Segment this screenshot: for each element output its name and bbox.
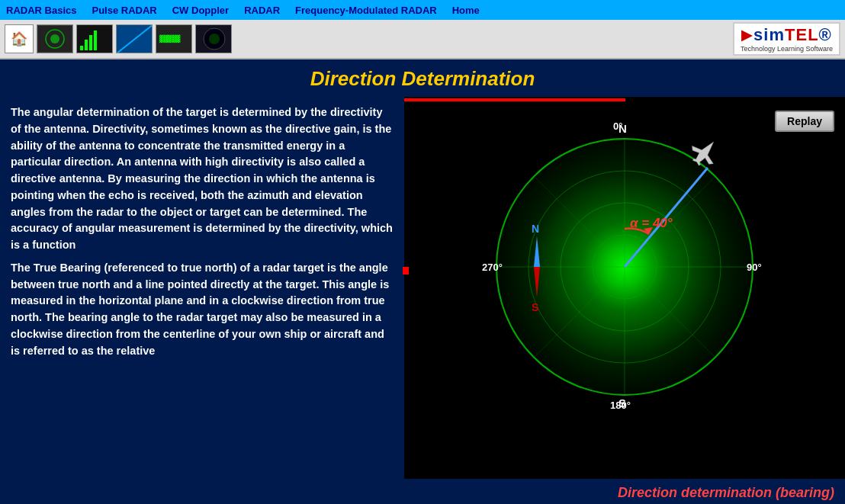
nav-item-pulse-radar[interactable]: Pulse RADAR xyxy=(92,5,156,16)
compass-n-label: N xyxy=(532,223,539,235)
label-90deg: 90° xyxy=(747,262,762,273)
svg-point-14 xyxy=(209,34,220,44)
logo-tagline: Technology Learning Software xyxy=(741,45,833,53)
label-180deg: 180° xyxy=(610,400,631,411)
nav-bar: RADAR Basics Pulse RADAR CW Doppler RADA… xyxy=(0,0,845,20)
title-bar: Direction Determination xyxy=(0,59,845,97)
nav-item-radar-basics[interactable]: RADAR Basics xyxy=(6,5,76,16)
logo-accent: TEL xyxy=(785,25,819,44)
right-section: Replay xyxy=(404,97,845,504)
label-0deg: 0° xyxy=(613,120,622,132)
compass-s-label: S xyxy=(532,301,538,313)
svg-point-2 xyxy=(50,34,59,43)
caption-bar: Direction determination (bearing) xyxy=(404,479,845,504)
svg-rect-5 xyxy=(85,40,88,50)
progress-bar xyxy=(404,98,625,101)
nav-item-home[interactable]: Home xyxy=(452,5,480,16)
replay-button[interactable]: Replay xyxy=(775,111,834,132)
thumb-img-4: ▓▓▓▓▓ xyxy=(156,24,191,53)
svg-rect-7 xyxy=(94,30,97,50)
thumb-4[interactable]: ▓▓▓▓▓ xyxy=(156,24,192,53)
text-para-2: The True Bearing (referenced to true nor… xyxy=(11,260,394,360)
logo-text: simTEL® xyxy=(753,25,832,45)
home-icon: 🏠 xyxy=(11,30,27,47)
toolbar: 🏠 ▓▓▓▓▓ xyxy=(0,20,845,59)
thumb-1[interactable] xyxy=(37,24,73,53)
text-panel: The angular determination of the target … xyxy=(0,97,404,504)
radar-panel: Replay xyxy=(404,103,845,479)
text-para-1: The angular determination of the target … xyxy=(11,104,394,254)
thumb-3[interactable] xyxy=(116,24,153,53)
thumb-img-3 xyxy=(117,24,152,53)
thumb-2[interactable] xyxy=(76,24,113,53)
nav-item-radar[interactable]: RADAR xyxy=(244,5,280,16)
main-content: The angular determination of the target … xyxy=(0,97,845,504)
thumb-img-5 xyxy=(196,24,231,53)
scroll-marker xyxy=(403,267,409,274)
home-button[interactable]: 🏠 xyxy=(5,24,34,53)
thumb-img-1 xyxy=(38,26,72,52)
simtel-logo: ▶ simTEL® Technology Learning Software xyxy=(733,22,840,56)
nav-item-cw-doppler[interactable]: CW Doppler xyxy=(172,5,229,16)
svg-rect-6 xyxy=(89,35,92,50)
thumb-5[interactable] xyxy=(195,24,232,53)
caption-text: Direction determination (bearing) xyxy=(618,485,834,501)
nav-item-fm-radar[interactable]: Frequency-Modulated RADAR xyxy=(295,5,437,16)
angle-label: α = 40° xyxy=(630,216,673,230)
svg-text:▓▓▓▓▓: ▓▓▓▓▓ xyxy=(159,34,181,43)
thumb-img-2 xyxy=(77,24,112,53)
svg-rect-4 xyxy=(80,46,83,50)
label-270deg: 270° xyxy=(482,262,503,273)
radar-display: N S N S 0° 90° 180° 270° xyxy=(461,114,789,419)
page-title: Direction Determination xyxy=(0,67,845,91)
